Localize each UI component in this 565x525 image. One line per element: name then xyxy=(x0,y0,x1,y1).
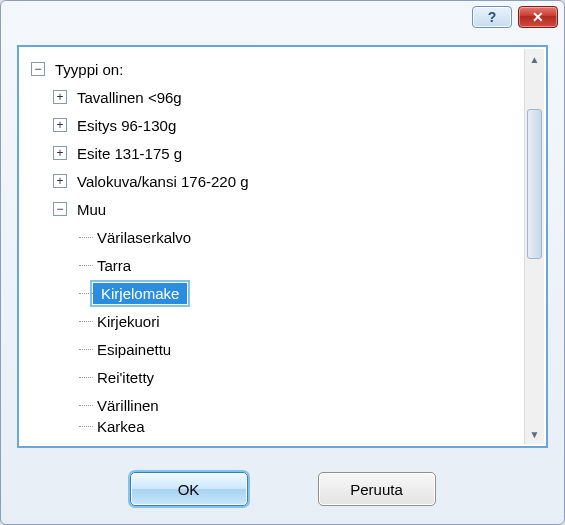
help-button[interactable]: ? xyxy=(472,6,512,28)
tree-label: Tarra xyxy=(93,256,135,275)
tree-label: Esipainettu xyxy=(93,340,175,359)
tree-node-root[interactable]: Tyyppi on: xyxy=(27,55,522,83)
tree-label: Muu xyxy=(73,200,110,219)
close-icon: ✕ xyxy=(532,9,544,25)
collapse-icon[interactable] xyxy=(53,202,67,216)
tree-label: Rei'itetty xyxy=(93,368,158,387)
tree-leaf[interactable]: Värilaserkalvo xyxy=(27,223,522,251)
expand-icon[interactable] xyxy=(53,174,67,188)
expand-icon[interactable] xyxy=(53,90,67,104)
expand-icon[interactable] xyxy=(53,146,67,160)
help-icon: ? xyxy=(488,9,497,25)
tree-node-muu[interactable]: Muu xyxy=(27,195,522,223)
tree-label: Värillinen xyxy=(93,396,163,415)
close-button[interactable]: ✕ xyxy=(518,6,558,28)
tree-label-selected: Kirjelomake xyxy=(93,283,187,304)
dialog-window: ? ✕ Tyyppi on: Tavallinen <96g xyxy=(0,0,565,525)
tree-leaf[interactable]: Värillinen xyxy=(27,391,522,419)
tree-node-valokuva[interactable]: Valokuva/kansi 176-220 g xyxy=(27,167,522,195)
collapse-icon[interactable] xyxy=(31,62,45,76)
tree-node-tavallinen[interactable]: Tavallinen <96g xyxy=(27,83,522,111)
tree-connector-icon xyxy=(79,293,93,294)
tree-leaf[interactable]: Rei'itetty xyxy=(27,363,522,391)
tree-connector-icon xyxy=(79,265,93,266)
tree-leaf-cut[interactable]: Karkea xyxy=(27,419,522,433)
tree-node-esite[interactable]: Esite 131-175 g xyxy=(27,139,522,167)
expand-icon[interactable] xyxy=(53,118,67,132)
scroll-track[interactable] xyxy=(525,69,544,424)
ok-button[interactable]: OK xyxy=(130,472,248,506)
tree-label: Tyyppi on: xyxy=(51,60,127,79)
content-area: Tyyppi on: Tavallinen <96g Esitys 96-130… xyxy=(17,45,548,448)
tree-root: Tyyppi on: Tavallinen <96g Esitys 96-130… xyxy=(27,55,546,433)
vertical-scrollbar[interactable]: ▲ ▼ xyxy=(524,49,544,444)
tree-connector-icon xyxy=(79,426,93,427)
tree-connector-icon xyxy=(79,349,93,350)
tree-connector-icon xyxy=(79,237,93,238)
tree-label: Esite 131-175 g xyxy=(73,144,186,163)
tree-label: Esitys 96-130g xyxy=(73,116,180,135)
tree-connector-icon xyxy=(79,377,93,378)
tree-label: Valokuva/kansi 176-220 g xyxy=(73,172,253,191)
dialog-buttons: OK Peruuta xyxy=(1,472,564,506)
tree-label: Värilaserkalvo xyxy=(93,228,195,247)
tree-label: Tavallinen <96g xyxy=(73,88,186,107)
tree-connector-icon xyxy=(79,405,93,406)
tree-view[interactable]: Tyyppi on: Tavallinen <96g Esitys 96-130… xyxy=(17,45,548,448)
button-label: OK xyxy=(178,481,200,498)
scroll-thumb[interactable] xyxy=(527,109,542,259)
tree-leaf[interactable]: Kirjekuori xyxy=(27,307,522,335)
tree-connector-icon xyxy=(79,321,93,322)
tree-leaf-selected[interactable]: Kirjelomake xyxy=(27,279,522,307)
button-label: Peruuta xyxy=(350,481,403,498)
scroll-down-icon[interactable]: ▼ xyxy=(525,424,544,444)
tree-leaf[interactable]: Tarra xyxy=(27,251,522,279)
tree-leaf[interactable]: Esipainettu xyxy=(27,335,522,363)
titlebar: ? ✕ xyxy=(1,1,564,33)
scroll-up-icon[interactable]: ▲ xyxy=(525,49,544,69)
tree-label: Kirjekuori xyxy=(93,312,164,331)
tree-node-esitys[interactable]: Esitys 96-130g xyxy=(27,111,522,139)
cancel-button[interactable]: Peruuta xyxy=(318,472,436,506)
tree-label: Karkea xyxy=(93,419,149,433)
